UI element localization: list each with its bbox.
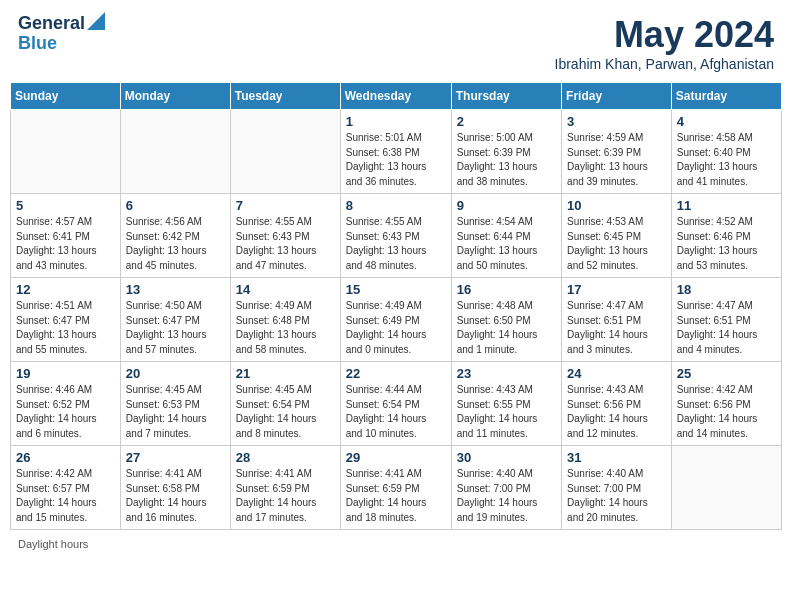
calendar-cell: 15Sunrise: 4:49 AM Sunset: 6:49 PM Dayli…	[340, 278, 451, 362]
day-info: Sunrise: 4:53 AM Sunset: 6:45 PM Dayligh…	[567, 215, 666, 273]
calendar-cell: 25Sunrise: 4:42 AM Sunset: 6:56 PM Dayli…	[671, 362, 781, 446]
calendar-cell	[230, 110, 340, 194]
day-info: Sunrise: 4:41 AM Sunset: 6:59 PM Dayligh…	[346, 467, 446, 525]
calendar-cell: 27Sunrise: 4:41 AM Sunset: 6:58 PM Dayli…	[120, 446, 230, 530]
calendar-cell: 9Sunrise: 4:54 AM Sunset: 6:44 PM Daylig…	[451, 194, 561, 278]
logo-triangle-icon	[87, 12, 105, 30]
calendar-cell: 5Sunrise: 4:57 AM Sunset: 6:41 PM Daylig…	[11, 194, 121, 278]
calendar-cell: 1Sunrise: 5:01 AM Sunset: 6:38 PM Daylig…	[340, 110, 451, 194]
calendar-cell: 4Sunrise: 4:58 AM Sunset: 6:40 PM Daylig…	[671, 110, 781, 194]
day-info: Sunrise: 4:43 AM Sunset: 6:55 PM Dayligh…	[457, 383, 556, 441]
day-number: 16	[457, 282, 556, 297]
day-info: Sunrise: 4:40 AM Sunset: 7:00 PM Dayligh…	[567, 467, 666, 525]
day-info: Sunrise: 4:49 AM Sunset: 6:48 PM Dayligh…	[236, 299, 335, 357]
calendar-cell	[671, 446, 781, 530]
day-info: Sunrise: 4:45 AM Sunset: 6:54 PM Dayligh…	[236, 383, 335, 441]
logo-general: General	[18, 14, 85, 34]
calendar-cell: 16Sunrise: 4:48 AM Sunset: 6:50 PM Dayli…	[451, 278, 561, 362]
day-info: Sunrise: 4:51 AM Sunset: 6:47 PM Dayligh…	[16, 299, 115, 357]
day-number: 25	[677, 366, 776, 381]
calendar-cell: 3Sunrise: 4:59 AM Sunset: 6:39 PM Daylig…	[562, 110, 672, 194]
day-info: Sunrise: 4:54 AM Sunset: 6:44 PM Dayligh…	[457, 215, 556, 273]
calendar-cell: 18Sunrise: 4:47 AM Sunset: 6:51 PM Dayli…	[671, 278, 781, 362]
day-info: Sunrise: 4:52 AM Sunset: 6:46 PM Dayligh…	[677, 215, 776, 273]
day-info: Sunrise: 4:40 AM Sunset: 7:00 PM Dayligh…	[457, 467, 556, 525]
calendar-cell: 2Sunrise: 5:00 AM Sunset: 6:39 PM Daylig…	[451, 110, 561, 194]
calendar-header-sunday: Sunday	[11, 83, 121, 110]
calendar-header-row: SundayMondayTuesdayWednesdayThursdayFrid…	[11, 83, 782, 110]
day-number: 13	[126, 282, 225, 297]
day-number: 10	[567, 198, 666, 213]
day-info: Sunrise: 4:55 AM Sunset: 6:43 PM Dayligh…	[346, 215, 446, 273]
day-info: Sunrise: 4:41 AM Sunset: 6:59 PM Dayligh…	[236, 467, 335, 525]
calendar-header-thursday: Thursday	[451, 83, 561, 110]
week-row-2: 5Sunrise: 4:57 AM Sunset: 6:41 PM Daylig…	[11, 194, 782, 278]
day-info: Sunrise: 4:55 AM Sunset: 6:43 PM Dayligh…	[236, 215, 335, 273]
footer: Daylight hours	[10, 538, 782, 550]
calendar-header-friday: Friday	[562, 83, 672, 110]
day-number: 19	[16, 366, 115, 381]
day-number: 11	[677, 198, 776, 213]
daylight-hours-label: Daylight hours	[18, 538, 88, 550]
page-header: General Blue May 2024 Ibrahim Khan, Parw…	[10, 10, 782, 76]
day-number: 3	[567, 114, 666, 129]
day-number: 31	[567, 450, 666, 465]
day-number: 4	[677, 114, 776, 129]
day-number: 9	[457, 198, 556, 213]
day-number: 18	[677, 282, 776, 297]
calendar-cell: 31Sunrise: 4:40 AM Sunset: 7:00 PM Dayli…	[562, 446, 672, 530]
calendar-cell: 28Sunrise: 4:41 AM Sunset: 6:59 PM Dayli…	[230, 446, 340, 530]
day-number: 17	[567, 282, 666, 297]
calendar-cell: 7Sunrise: 4:55 AM Sunset: 6:43 PM Daylig…	[230, 194, 340, 278]
calendar-cell: 10Sunrise: 4:53 AM Sunset: 6:45 PM Dayli…	[562, 194, 672, 278]
calendar-cell: 11Sunrise: 4:52 AM Sunset: 6:46 PM Dayli…	[671, 194, 781, 278]
day-number: 30	[457, 450, 556, 465]
day-number: 23	[457, 366, 556, 381]
calendar-cell: 13Sunrise: 4:50 AM Sunset: 6:47 PM Dayli…	[120, 278, 230, 362]
day-number: 1	[346, 114, 446, 129]
day-number: 29	[346, 450, 446, 465]
calendar-cell	[11, 110, 121, 194]
day-info: Sunrise: 4:42 AM Sunset: 6:56 PM Dayligh…	[677, 383, 776, 441]
day-number: 21	[236, 366, 335, 381]
calendar-header-saturday: Saturday	[671, 83, 781, 110]
day-info: Sunrise: 4:49 AM Sunset: 6:49 PM Dayligh…	[346, 299, 446, 357]
day-info: Sunrise: 4:48 AM Sunset: 6:50 PM Dayligh…	[457, 299, 556, 357]
calendar-cell: 12Sunrise: 4:51 AM Sunset: 6:47 PM Dayli…	[11, 278, 121, 362]
calendar-header-monday: Monday	[120, 83, 230, 110]
day-number: 2	[457, 114, 556, 129]
calendar-cell: 30Sunrise: 4:40 AM Sunset: 7:00 PM Dayli…	[451, 446, 561, 530]
day-info: Sunrise: 5:00 AM Sunset: 6:39 PM Dayligh…	[457, 131, 556, 189]
calendar-cell: 26Sunrise: 4:42 AM Sunset: 6:57 PM Dayli…	[11, 446, 121, 530]
day-info: Sunrise: 4:57 AM Sunset: 6:41 PM Dayligh…	[16, 215, 115, 273]
calendar-cell	[120, 110, 230, 194]
day-info: Sunrise: 4:59 AM Sunset: 6:39 PM Dayligh…	[567, 131, 666, 189]
calendar-cell: 17Sunrise: 4:47 AM Sunset: 6:51 PM Dayli…	[562, 278, 672, 362]
calendar-cell: 20Sunrise: 4:45 AM Sunset: 6:53 PM Dayli…	[120, 362, 230, 446]
day-info: Sunrise: 4:42 AM Sunset: 6:57 PM Dayligh…	[16, 467, 115, 525]
day-number: 20	[126, 366, 225, 381]
calendar-cell: 22Sunrise: 4:44 AM Sunset: 6:54 PM Dayli…	[340, 362, 451, 446]
day-number: 26	[16, 450, 115, 465]
week-row-1: 1Sunrise: 5:01 AM Sunset: 6:38 PM Daylig…	[11, 110, 782, 194]
day-info: Sunrise: 4:50 AM Sunset: 6:47 PM Dayligh…	[126, 299, 225, 357]
logo-blue: Blue	[18, 33, 57, 53]
day-info: Sunrise: 4:47 AM Sunset: 6:51 PM Dayligh…	[677, 299, 776, 357]
day-number: 7	[236, 198, 335, 213]
calendar-header-wednesday: Wednesday	[340, 83, 451, 110]
calendar-cell: 19Sunrise: 4:46 AM Sunset: 6:52 PM Dayli…	[11, 362, 121, 446]
day-info: Sunrise: 4:45 AM Sunset: 6:53 PM Dayligh…	[126, 383, 225, 441]
calendar-table: SundayMondayTuesdayWednesdayThursdayFrid…	[10, 82, 782, 530]
day-info: Sunrise: 4:58 AM Sunset: 6:40 PM Dayligh…	[677, 131, 776, 189]
day-number: 28	[236, 450, 335, 465]
calendar-cell: 14Sunrise: 4:49 AM Sunset: 6:48 PM Dayli…	[230, 278, 340, 362]
month-title: May 2024	[555, 14, 774, 56]
calendar-cell: 8Sunrise: 4:55 AM Sunset: 6:43 PM Daylig…	[340, 194, 451, 278]
calendar-cell: 6Sunrise: 4:56 AM Sunset: 6:42 PM Daylig…	[120, 194, 230, 278]
logo: General Blue	[18, 14, 105, 54]
day-info: Sunrise: 5:01 AM Sunset: 6:38 PM Dayligh…	[346, 131, 446, 189]
week-row-4: 19Sunrise: 4:46 AM Sunset: 6:52 PM Dayli…	[11, 362, 782, 446]
day-number: 6	[126, 198, 225, 213]
logo-text-block: General Blue	[18, 14, 105, 54]
calendar-header-tuesday: Tuesday	[230, 83, 340, 110]
